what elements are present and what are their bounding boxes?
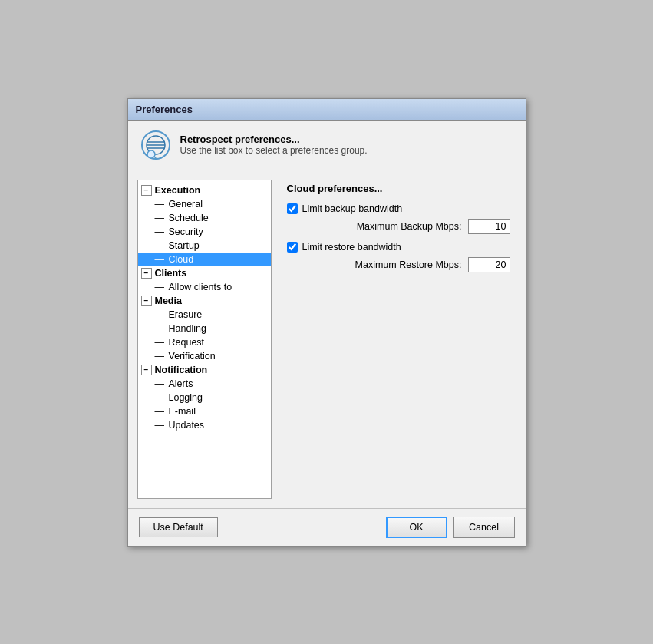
- max-backup-label: Maximum Backup Mbps:: [302, 221, 462, 232]
- max-restore-input[interactable]: [468, 257, 510, 272]
- tree-item-alerts[interactable]: — Alerts: [138, 377, 271, 391]
- header-text: Retrospect preferences... Use the list b…: [180, 134, 368, 156]
- expander-media[interactable]: −: [141, 296, 152, 306]
- tree-label-general: General: [169, 199, 268, 210]
- use-default-button[interactable]: Use Default: [139, 517, 218, 537]
- cancel-button[interactable]: Cancel: [453, 517, 515, 538]
- max-backup-input[interactable]: [468, 219, 510, 234]
- tree-label-security: Security: [169, 226, 268, 237]
- tree-label-email: E-mail: [169, 406, 268, 417]
- tree-label-handling: Handling: [169, 323, 268, 334]
- tree-item-email[interactable]: — E-mail: [138, 405, 271, 418]
- limit-restore-row: Limit restore bandwidth: [287, 242, 510, 253]
- tree-item-execution[interactable]: − Execution: [138, 183, 271, 197]
- limit-restore-checkbox[interactable]: [287, 242, 298, 253]
- tree-item-schedule[interactable]: — Schedule: [138, 211, 271, 225]
- ok-button[interactable]: OK: [386, 517, 447, 538]
- tree-item-startup[interactable]: — Startup: [138, 239, 271, 253]
- max-restore-label: Maximum Restore Mbps:: [302, 259, 462, 270]
- tree-label-cloud: Cloud: [169, 254, 268, 265]
- tree-item-handling[interactable]: — Handling: [138, 322, 271, 335]
- tree-item-notification[interactable]: − Notification: [138, 363, 271, 377]
- tree-panel: − Execution — General — Schedule — Secur…: [137, 180, 272, 499]
- expander-execution[interactable]: −: [141, 185, 152, 196]
- limit-backup-checkbox[interactable]: [287, 203, 298, 214]
- footer: Use Default OK Cancel: [128, 508, 526, 546]
- max-restore-row: Maximum Restore Mbps:: [302, 257, 510, 272]
- title-bar: Preferences: [128, 99, 526, 121]
- tree-label-media: Media: [155, 296, 268, 306]
- expander-clients[interactable]: −: [141, 268, 152, 279]
- tree-item-cloud[interactable]: — Cloud: [138, 253, 271, 266]
- tree-label-clients: Clients: [155, 268, 268, 279]
- tree-label-updates: Updates: [169, 420, 268, 431]
- tree-item-security[interactable]: — Security: [138, 225, 271, 239]
- tree-label-schedule: Schedule: [169, 213, 268, 223]
- limit-backup-label[interactable]: Limit backup bandwidth: [302, 203, 403, 214]
- tree-item-verification[interactable]: — Verification: [138, 349, 271, 363]
- dialog-title: Preferences: [136, 104, 193, 115]
- tree-label-request: Request: [169, 337, 268, 348]
- max-backup-row: Maximum Backup Mbps:: [302, 219, 510, 234]
- header-heading: Retrospect preferences...: [180, 134, 368, 145]
- tree-item-allow-clients[interactable]: — Allow clients to: [138, 280, 271, 294]
- tree-label-allow-clients: Allow clients to: [169, 282, 268, 292]
- preferences-icon: [140, 130, 171, 160]
- tree-item-clients[interactable]: − Clients: [138, 266, 271, 280]
- tree-label-logging: Logging: [169, 392, 268, 403]
- header-section: Retrospect preferences... Use the list b…: [128, 121, 526, 170]
- tree-item-general[interactable]: — General: [138, 197, 271, 211]
- tree-label-execution: Execution: [155, 185, 268, 196]
- tree-item-logging[interactable]: — Logging: [138, 391, 271, 405]
- tree-label-notification: Notification: [155, 365, 268, 375]
- tree-label-startup: Startup: [169, 240, 268, 251]
- limit-backup-row: Limit backup bandwidth: [287, 203, 510, 214]
- tree-item-media[interactable]: − Media: [138, 294, 271, 308]
- header-subtext: Use the list box to select a preferences…: [180, 145, 368, 156]
- btn-right-group: OK Cancel: [386, 517, 515, 538]
- tree-item-erasure[interactable]: — Erasure: [138, 308, 271, 322]
- main-content: − Execution — General — Schedule — Secur…: [128, 170, 526, 508]
- tree-item-request[interactable]: — Request: [138, 335, 271, 349]
- content-title: Cloud preferences...: [287, 183, 510, 194]
- limit-restore-label[interactable]: Limit restore bandwidth: [302, 242, 401, 253]
- tree-label-verification: Verification: [169, 351, 268, 362]
- tree-label-erasure: Erasure: [169, 309, 268, 320]
- tree-label-alerts: Alerts: [169, 378, 268, 389]
- expander-notification[interactable]: −: [141, 365, 152, 375]
- content-panel: Cloud preferences... Limit backup bandwi…: [281, 180, 516, 499]
- preferences-dialog: Preferences Retrospect preferences... Us…: [127, 98, 526, 547]
- tree-item-updates[interactable]: — Updates: [138, 418, 271, 432]
